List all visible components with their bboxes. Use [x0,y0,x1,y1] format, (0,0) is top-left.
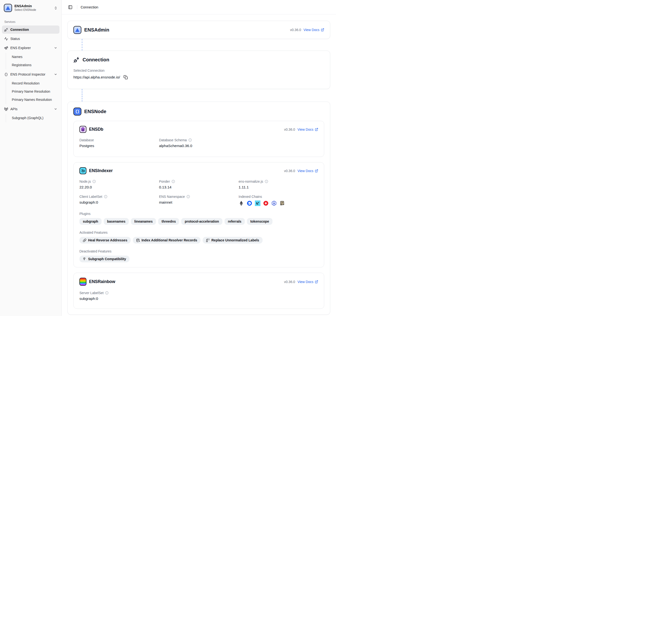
sidebar-item-record-resolution[interactable]: Record Resolution [10,79,59,87]
ensadmin-logo [73,26,81,34]
client-labelset-label: Client LabelSet [79,195,102,198]
connection-card-title: Connection [82,57,109,63]
plug-zap-icon [73,56,80,63]
database-schema-label: Database Schema [159,138,187,142]
ensnode-card-title: ENSNode [84,109,106,114]
info-icon[interactable] [187,195,190,198]
threedns-icon[interactable] [263,200,269,206]
sidebar-item-connection[interactable]: Connection [2,25,59,34]
ensrainbow-view-docs-link[interactable]: View Docs [297,280,318,284]
plugins-list: subgraph basenames lineanames threedns p… [79,218,318,225]
ensdb-title: ENSDb [89,127,103,132]
view-docs-label: View Docs [304,28,319,32]
plugin-pill: tokenscope [247,218,272,225]
replace-icon [206,239,210,242]
panel-left-icon [68,5,72,9]
view-docs-label: View Docs [297,127,313,131]
ensdb-card: ENSDb v0.36.0 View Docs [73,121,324,157]
info-icon[interactable] [92,180,96,183]
ensdb-view-docs-link[interactable]: View Docs [297,127,318,131]
ethereum-icon[interactable] [239,200,244,206]
activated-features-list: Heal Reverse Addresses Index Additional … [79,237,318,244]
deactivated-features-label: Deactivated Features [79,249,318,253]
info-icon[interactable] [172,180,175,183]
ponder-label: Ponder [159,179,170,184]
sidebar-item-ens-explorer[interactable]: ENS Explorer [2,44,59,52]
breadcrumb-divider [77,5,77,9]
sidebar-item-label: ENS Explorer [10,46,31,50]
feature-pill-heal-reverse-addresses: Heal Reverse Addresses [79,237,131,244]
ensadmin-card-title: ENSAdmin [84,27,109,33]
ensindexer-card: ENSIndexer v0.36.0 View Docs [73,162,324,267]
top-bar: Connection [62,0,336,15]
feature-label: Subgraph Compatibility [88,257,126,261]
sidebar-item-ens-protocol-inspector[interactable]: ENS Protocol Inspector [2,70,59,78]
ensindexer-title: ENSIndexer [89,168,113,173]
sidebar-item-primary-names-resolution[interactable]: Primary Names Resolution [10,96,59,103]
ensrainbow-title: ENSRainbow [89,279,115,284]
chevrons-up-down-icon [54,6,57,10]
selected-connection-label: Selected Connection [73,69,324,72]
page-content: ENSAdmin v0.36.0 View Docs [62,15,336,316]
info-icon[interactable] [189,138,192,142]
sidebar-item-label: Status [10,37,20,41]
sidebar-subitem-label: Registrations [12,63,31,67]
ensnode-selector[interactable]: ENSAdmin Select ENSNode [2,2,59,14]
sidebar-item-status[interactable]: Status [2,35,59,43]
ens-namespace-label: ENS Namespace [159,195,185,198]
chevron-down-icon [54,107,57,111]
base-icon[interactable] [247,200,252,206]
breadcrumb: Connection [81,5,98,9]
ens-explorer-subtree: Names Registrations [6,53,59,69]
external-link-icon [315,169,318,173]
scroll-icon[interactable] [280,200,285,206]
sidebar-item-names[interactable]: Names [10,53,59,60]
plugins-label: Plugins [79,212,318,216]
sidebar-item-apis[interactable]: APIs [2,105,59,113]
ensdb-version: v0.36.0 [284,127,295,131]
indexed-chains-label: Indexed Chains [239,195,262,198]
sidebar-item-label: APIs [10,107,18,111]
feature-pill-subgraph-compatibility: Subgraph Compatibility [79,256,129,262]
linea-icon[interactable] [255,200,260,206]
sidebar-item-label: ENS Protocol Inspector [10,72,46,76]
ensdb-logo [79,126,87,133]
database-value: Postgres [79,144,159,148]
ensrainbow-logo [79,278,87,286]
ensnode-logo [73,107,81,116]
database-label: Database [79,138,94,142]
info-icon[interactable] [265,180,268,183]
waypoints-icon [83,257,87,261]
sidebar-subitem-label: Subgraph (GraphQL) [12,116,44,120]
feature-label: Replace Unnormalized Labels [211,238,259,242]
main-area: Connection ENSAdmin [62,0,336,316]
client-labelset-value: subgraph:0 [79,200,159,204]
ensadmin-logo [4,4,12,12]
copy-url-button[interactable] [123,75,128,80]
sidebar-item-registrations[interactable]: Registrations [10,61,59,69]
ensadmin-view-docs-link[interactable]: View Docs [304,28,324,32]
sidebar-item-subgraph-graphql[interactable]: Subgraph (GraphQL) [10,114,59,122]
sidebar-toggle-button[interactable] [67,4,74,10]
ensadmin-app: ENSAdmin Select ENSNode Services Connect… [0,0,336,316]
feature-pill-index-additional-resolver-records: Index Additional Resolver Records [133,237,200,244]
sidebar-item-primary-name-resolution[interactable]: Primary Name Resolution [10,88,59,95]
info-icon[interactable] [104,195,107,198]
nodejs-value: 22.20.0 [79,185,159,189]
arbitrum-icon[interactable] [271,200,277,206]
activity-icon [4,37,8,41]
server-labelset-label: Server LabelSet [79,291,103,295]
ponder-field: Ponder 0.13.14 [159,179,239,189]
plugin-pill: referrals [224,218,245,225]
plugin-pill: protocol-acceleration [181,218,222,225]
ensindexer-logo [79,167,87,174]
sidebar-section-label: Services [2,18,59,25]
info-icon[interactable] [105,291,109,295]
pill-capsule-icon [83,239,87,242]
ensindexer-version: v0.36.0 [284,169,295,173]
sidebar-subitem-label: Names [12,55,22,59]
ensindexer-view-docs-link[interactable]: View Docs [297,169,318,173]
card-connector-line [82,89,82,102]
ens-mark-icon [4,72,8,76]
ensnode-brackets-glyph [75,109,80,114]
